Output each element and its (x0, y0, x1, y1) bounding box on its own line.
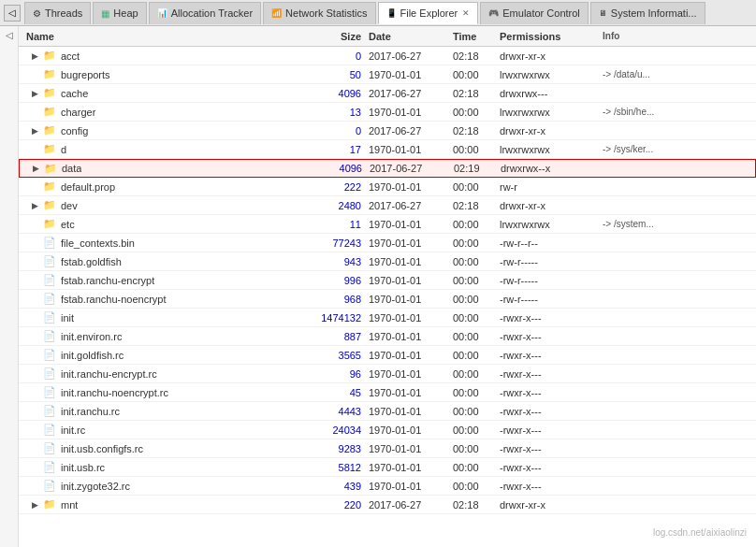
table-row[interactable]: ▶📁mnt2202017-06-2702:18drwxr-xr-x (19, 496, 756, 514)
expand-arrow-icon[interactable]: ▶ (32, 51, 43, 61)
table-row[interactable]: ▶📁data40962017-06-2702:19drwxrwx--x (19, 159, 756, 178)
file-time-cell: 00:00 (453, 181, 500, 193)
file-time-cell: 00:00 (453, 350, 500, 361)
file-icon: 📄 (43, 255, 56, 267)
file-size-cell: 50 (284, 69, 369, 80)
tab-alloc[interactable]: 📊 Allocation Tracker (149, 2, 261, 24)
table-row[interactable]: 📁d171970-01-0100:00lrwxrwxrwx-> /sys/ker… (19, 140, 756, 159)
expand-arrow-icon[interactable]: ▶ (32, 126, 43, 136)
file-time-cell: 00:00 (453, 294, 500, 305)
table-row[interactable]: ▶📁cache40962017-06-2702:18drwxrwx--- (19, 84, 756, 103)
table-row[interactable]: ▶📁dev24802017-06-2702:18drwxr-xr-x (19, 196, 756, 215)
file-name-text: init (61, 312, 74, 324)
file-size-cell: 996 (284, 275, 369, 286)
expand-arrow-icon[interactable]: ▶ (32, 201, 43, 210)
watermark: log.csdn.net/aixiaolinzi (653, 527, 747, 538)
file-time-cell: 02:18 (453, 499, 500, 511)
file-time-cell: 00:00 (453, 331, 500, 342)
file-name-text: bugreports (61, 69, 110, 80)
expand-arrow-icon[interactable]: ▶ (32, 89, 43, 98)
file-name-text: dev (61, 200, 78, 211)
table-row[interactable]: 📁default.prop2221970-01-0100:00rw-r (19, 178, 756, 196)
expand-arrow-icon[interactable]: ▶ (33, 164, 44, 173)
table-row[interactable]: 📄file_contexts.bin772431970-01-0100:00-r… (19, 234, 756, 252)
file-date-cell: 1970-01-01 (369, 350, 453, 361)
file-permissions-cell: -rw-r--r-- (500, 238, 603, 249)
file-name-text: init.rc (61, 425, 85, 436)
tab-network[interactable]: 📶 Network Statistics (263, 2, 375, 24)
table-row[interactable]: 📁bugreports501970-01-0100:00lrwxrwxrwx->… (19, 65, 756, 84)
file-name-cell: 📁d (22, 143, 284, 155)
file-date-cell: 2017-06-27 (369, 499, 453, 511)
table-row[interactable]: 📄fstab.ranchu-encrypt9961970-01-0100:00-… (19, 271, 756, 290)
table-row[interactable]: 📄fstab.goldfish9431970-01-0100:00-rw-r--… (19, 252, 756, 271)
collapse-arrow-icon[interactable]: ◁ (4, 30, 14, 40)
file-time-cell: 02:18 (453, 125, 500, 137)
file-date-cell: 1970-01-01 (369, 387, 453, 398)
file-time-cell: 00:00 (453, 406, 500, 417)
table-row[interactable]: 📄fstab.ranchu-noencrypt9681970-01-0100:0… (19, 290, 756, 309)
expand-arrow-icon[interactable]: ▶ (32, 500, 43, 510)
file-permissions-cell: -rwxr-x--- (500, 443, 603, 454)
file-date-cell: 1970-01-01 (369, 481, 453, 492)
tab-close-icon[interactable]: ✕ (462, 8, 470, 18)
file-name-cell: 📁default.prop (22, 180, 284, 193)
file-explorer-icon: 📱 (386, 8, 397, 18)
file-permissions-cell: drwxrwx--x (501, 163, 603, 174)
file-size-cell: 3565 (284, 350, 369, 361)
tab-sysinfo[interactable]: 🖥 System Informati... (590, 2, 705, 24)
table-row[interactable]: 📄init.zygote32.rc4391970-01-0100:00-rwxr… (19, 477, 756, 496)
table-row[interactable]: 📄init.ranchu-encrypt.rc961970-01-0100:00… (19, 365, 756, 383)
file-name-cell: 📄file_contexts.bin (22, 237, 284, 249)
file-name-cell: 📄init.usb.rc (22, 461, 284, 473)
tab-heap[interactable]: ▦ Heap (93, 2, 146, 24)
table-row[interactable]: ▶📁config02017-06-2702:18drwxr-xr-x (19, 122, 756, 140)
tab-file-explorer[interactable]: 📱 File Explorer ✕ (378, 2, 479, 24)
file-name-text: fstab.goldfish (61, 256, 122, 267)
table-row[interactable]: 📄init.environ.rc8871970-01-0100:00-rwxr-… (19, 327, 756, 346)
table-row[interactable]: 📄init14741321970-01-0100:00-rwxr-x--- (19, 309, 756, 327)
file-permissions-cell: rw-r (500, 181, 603, 193)
table-row[interactable]: ▶📁acct02017-06-2702:18drwxr-xr-x (19, 47, 756, 65)
table-row[interactable]: 📄init.rc240341970-01-0100:00-rwxr-x--- (19, 421, 756, 439)
file-name-text: init.ranchu.rc (61, 406, 120, 417)
table-row[interactable]: 📄init.usb.configfs.rc92831970-01-0100:00… (19, 439, 756, 458)
panel-collapse-button[interactable]: ◁ (4, 5, 21, 22)
file-permissions-cell: drwxrwx--- (500, 88, 603, 99)
file-name-cell: ▶📁cache (22, 87, 284, 99)
table-row[interactable]: 📄init.goldfish.rc35651970-01-0100:00-rwx… (19, 346, 756, 365)
col-header-permissions: Permissions (500, 31, 603, 42)
file-permissions-cell: -rwxr-x--- (500, 481, 603, 492)
file-name-cell: 📄init (22, 311, 284, 324)
file-name-cell: 📄fstab.goldfish (22, 255, 284, 267)
file-date-cell: 1970-01-01 (369, 238, 453, 249)
file-time-cell: 02:18 (453, 50, 500, 62)
folder-icon: 📁 (43, 498, 56, 511)
table-row[interactable]: 📄init.ranchu-noencrypt.rc451970-01-0100:… (19, 383, 756, 402)
file-name-cell: 📁charger (22, 106, 284, 118)
file-date-cell: 2017-06-27 (369, 88, 453, 99)
file-date-cell: 1970-01-01 (369, 406, 453, 417)
tab-threads[interactable]: ⚙ Threads (24, 2, 91, 24)
file-name-text: init.ranchu-encrypt.rc (61, 368, 157, 380)
file-date-cell: 1970-01-01 (369, 331, 453, 342)
file-size-cell: 222 (284, 181, 369, 193)
table-row[interactable]: 📄init.ranchu.rc44431970-01-0100:00-rwxr-… (19, 402, 756, 421)
file-size-cell: 13 (284, 107, 369, 118)
table-row[interactable]: 📄init.usb.rc58121970-01-0100:00-rwxr-x--… (19, 458, 756, 477)
file-date-cell: 1970-01-01 (369, 107, 453, 118)
table-row[interactable]: 📁charger131970-01-0100:00lrwxrwxrwx-> /s… (19, 103, 756, 122)
file-size-cell: 1474132 (284, 312, 369, 324)
file-name-cell: ▶📁acct (22, 50, 284, 62)
file-time-cell: 00:00 (453, 481, 500, 492)
file-icon: 📄 (43, 386, 56, 398)
file-date-cell: 1970-01-01 (369, 425, 453, 436)
file-date-cell: 1970-01-01 (369, 294, 453, 305)
tab-bar: ◁ ⚙ Threads ▦ Heap 📊 Allocation Tracker … (0, 0, 756, 26)
tab-emulator[interactable]: 🎮 Emulator Control (480, 2, 589, 24)
col-header-info: Info (603, 31, 752, 41)
col-header-date: Date (369, 31, 453, 42)
table-row[interactable]: 📁etc111970-01-0100:00lrwxrwxrwx-> /syste… (19, 215, 756, 234)
file-name-cell: 📄init.ranchu-noencrypt.rc (22, 386, 284, 398)
file-name-text: fstab.ranchu-encrypt (61, 275, 154, 286)
